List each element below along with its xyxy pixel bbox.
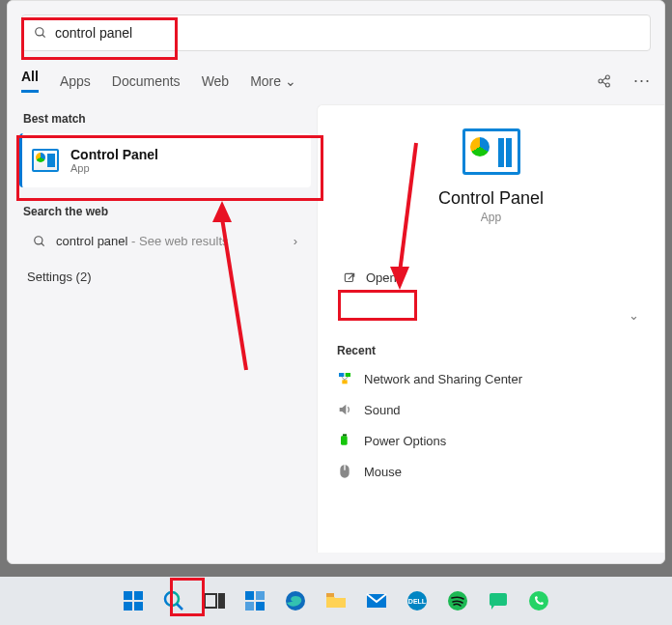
- search-icon: [33, 235, 46, 248]
- mouse-icon: [337, 464, 352, 479]
- control-panel-icon: [462, 128, 520, 175]
- tab-web[interactable]: Web: [202, 73, 230, 89]
- svg-point-22: [165, 592, 179, 606]
- left-column: Best match Control Panel App Search the …: [8, 100, 317, 553]
- whatsapp-button[interactable]: [524, 586, 553, 615]
- tab-documents[interactable]: Documents: [112, 73, 181, 89]
- svg-rect-10: [339, 373, 344, 377]
- recent-item-network[interactable]: Network and Sharing Center: [325, 363, 657, 394]
- recent-item-mouse[interactable]: Mouse: [325, 456, 657, 487]
- windows-icon: [122, 589, 145, 612]
- search-icon: [34, 26, 47, 40]
- svg-point-0: [36, 28, 43, 36]
- svg-point-7: [35, 236, 42, 243]
- svg-rect-18: [124, 591, 132, 600]
- folder-icon: [324, 589, 348, 612]
- control-panel-icon: [32, 149, 59, 172]
- svg-rect-15: [341, 436, 348, 444]
- hero: Control Panel App: [318, 105, 664, 234]
- svg-rect-12: [342, 380, 347, 384]
- hero-title: Control Panel: [438, 188, 544, 209]
- search-box[interactable]: [21, 14, 651, 51]
- power-icon: [337, 433, 352, 448]
- recent-item-label: Network and Sharing Center: [364, 372, 522, 386]
- search-row: [8, 1, 664, 57]
- tabs: All Apps Documents Web More ⌄ ···: [8, 57, 664, 100]
- search-input[interactable]: [55, 25, 638, 41]
- svg-rect-24: [205, 594, 216, 608]
- tab-apps[interactable]: Apps: [60, 73, 91, 89]
- recent-label: Recent: [318, 328, 664, 363]
- network-icon: [337, 371, 352, 386]
- tab-more[interactable]: More ⌄: [250, 73, 296, 89]
- best-match-result[interactable]: Control Panel App: [19, 133, 311, 187]
- spotify-icon: [446, 589, 469, 612]
- recent-list: Network and Sharing Center Sound Power O…: [318, 363, 664, 487]
- tab-all[interactable]: All: [21, 69, 39, 93]
- sound-icon: [337, 402, 352, 417]
- chevron-down-icon: ⌄: [629, 308, 639, 323]
- svg-rect-9: [345, 273, 352, 281]
- search-button[interactable]: [159, 586, 188, 615]
- share-icon[interactable]: [597, 73, 612, 89]
- svg-line-1: [42, 35, 45, 38]
- svg-text:DELL: DELL: [408, 598, 427, 605]
- spotify-button[interactable]: [443, 586, 472, 615]
- svg-rect-25: [219, 594, 224, 608]
- widgets-icon: [243, 589, 266, 612]
- recent-item-power[interactable]: Power Options: [325, 425, 657, 456]
- more-options-icon[interactable]: ···: [633, 71, 651, 91]
- start-button[interactable]: [119, 586, 148, 615]
- open-icon: [343, 271, 356, 285]
- dell-icon: DELL: [406, 589, 429, 612]
- svg-line-23: [177, 604, 182, 610]
- svg-line-14: [345, 377, 348, 380]
- chat-button[interactable]: [484, 586, 513, 615]
- svg-point-3: [605, 75, 609, 79]
- recent-item-label: Sound: [364, 403, 401, 417]
- recent-item-label: Mouse: [364, 465, 402, 479]
- svg-point-4: [605, 83, 609, 87]
- svg-rect-26: [245, 591, 254, 600]
- svg-line-8: [42, 242, 44, 245]
- right-column: Control Panel App Open ⌄ Recent Network …: [317, 104, 664, 553]
- svg-rect-27: [256, 591, 265, 600]
- svg-rect-20: [124, 602, 132, 611]
- whatsapp-icon: [527, 589, 550, 612]
- mail-icon: [365, 589, 388, 612]
- open-button[interactable]: Open: [329, 261, 653, 295]
- web-result[interactable]: control panel - See web results ›: [19, 224, 311, 258]
- edge-button[interactable]: [281, 586, 310, 615]
- task-view-icon: [203, 589, 226, 612]
- search-icon: [162, 589, 185, 612]
- chevron-right-icon: ›: [294, 234, 297, 248]
- dell-button[interactable]: DELL: [403, 586, 432, 615]
- best-match-label: Best match: [14, 104, 317, 131]
- svg-rect-19: [134, 591, 143, 600]
- svg-rect-16: [343, 434, 347, 436]
- expand-button[interactable]: ⌄: [619, 302, 649, 328]
- svg-rect-28: [245, 602, 254, 611]
- svg-line-13: [342, 377, 345, 380]
- svg-point-37: [529, 591, 548, 611]
- web-result-text: control panel - See web results: [56, 234, 229, 248]
- settings-row[interactable]: Settings (2): [14, 258, 317, 296]
- open-label: Open: [366, 270, 397, 285]
- widgets-button[interactable]: [240, 586, 269, 615]
- explorer-button[interactable]: [322, 586, 350, 615]
- taskbar: DELL: [0, 577, 672, 625]
- best-match-subtitle: App: [70, 162, 158, 174]
- chat-icon: [487, 589, 510, 612]
- search-panel: All Apps Documents Web More ⌄ ··· Best m…: [7, 0, 665, 564]
- svg-rect-29: [256, 602, 265, 611]
- svg-rect-21: [134, 602, 143, 611]
- mail-button[interactable]: [362, 586, 391, 615]
- svg-rect-11: [346, 373, 350, 377]
- task-view-button[interactable]: [200, 586, 229, 615]
- svg-line-6: [602, 81, 605, 84]
- best-match-title: Control Panel: [70, 147, 158, 162]
- svg-rect-31: [326, 593, 334, 597]
- recent-item-label: Power Options: [364, 434, 446, 448]
- recent-item-sound[interactable]: Sound: [325, 394, 657, 425]
- search-web-label: Search the web: [14, 197, 317, 224]
